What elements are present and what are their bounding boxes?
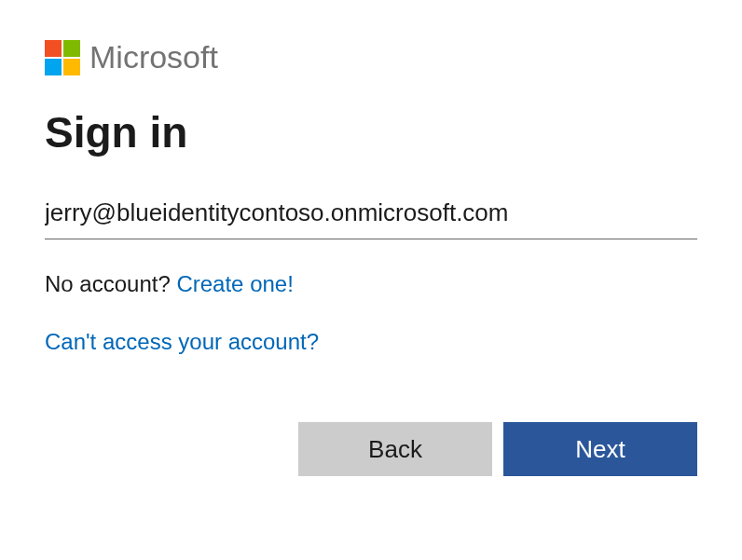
no-account-text: No account? <box>45 271 176 296</box>
action-buttons: Back Next <box>45 422 697 476</box>
brand-name: Microsoft <box>89 39 218 75</box>
no-account-row: No account? Create one! <box>45 271 697 297</box>
next-button[interactable]: Next <box>503 422 697 476</box>
back-button[interactable]: Back <box>298 422 492 476</box>
create-account-link[interactable]: Create one! <box>176 271 293 296</box>
microsoft-logo-icon <box>45 40 80 75</box>
page-title: Sign in <box>45 107 697 157</box>
email-input[interactable] <box>45 193 697 239</box>
cant-access-link[interactable]: Can't access your account? <box>45 329 319 354</box>
brand-header: Microsoft <box>45 39 697 75</box>
